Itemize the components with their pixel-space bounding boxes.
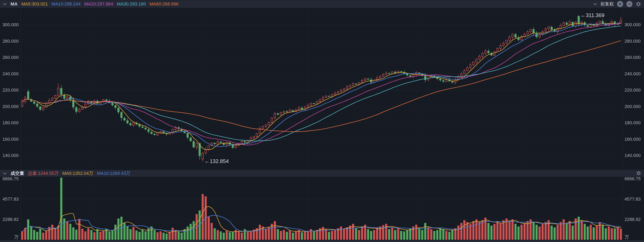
axis-label-right: 300.000 bbox=[624, 22, 641, 28]
chevron-down-icon[interactable] bbox=[593, 2, 597, 6]
settings-gear-icon[interactable] bbox=[636, 2, 641, 7]
axis-label-left: 4577.83 bbox=[0, 196, 19, 202]
axis-label-right: 260.000 bbox=[624, 55, 641, 60]
axis-label-left: 2288.92 bbox=[0, 217, 19, 222]
trading-chart-window: MA MA5:303.021 MA10:298.244 MA20:297.884… bbox=[0, 0, 644, 242]
low-price-annotation: ←132.854 bbox=[204, 158, 229, 164]
axis-label-left: 200.000 bbox=[0, 104, 19, 109]
indicator-title[interactable]: MA bbox=[10, 2, 18, 7]
axis-label-left: 280.000 bbox=[0, 39, 19, 44]
ma10-value: MA10:298.244 bbox=[52, 2, 80, 7]
chevron-down-icon[interactable] bbox=[3, 171, 7, 175]
axis-label-right: 240.000 bbox=[624, 71, 641, 77]
axis-label-right: 160.000 bbox=[624, 137, 641, 142]
axis-label-left: 300.000 bbox=[0, 22, 19, 28]
axis-label-right: 2288.92 bbox=[624, 217, 641, 222]
axis-label-right: 万 bbox=[624, 234, 629, 240]
volume-ma5-value: MA5:1352.04万 bbox=[62, 170, 93, 176]
zoom-out-button[interactable]: − bbox=[626, 1, 632, 7]
chevron-down-icon[interactable] bbox=[3, 2, 7, 6]
axis-label-left: 160.000 bbox=[0, 137, 19, 142]
axis-label-right: 140.000 bbox=[624, 153, 641, 158]
axis-label-right: 4577.83 bbox=[624, 196, 641, 202]
adjust-mode-selector[interactable]: 前复权 bbox=[600, 1, 614, 7]
zoom-in-button[interactable]: + bbox=[617, 1, 623, 7]
chart-controls: 前复权 + − bbox=[593, 1, 641, 7]
volume-legend: 成交量 总量:1244.55万 MA5:1352.04万 MA10:1269.4… bbox=[3, 170, 636, 176]
axis-label-left: 240.000 bbox=[0, 71, 19, 77]
axis-label-right: 280.000 bbox=[624, 39, 641, 44]
volume-pane-header: 成交量 总量:1244.55万 MA5:1352.04万 MA10:1269.4… bbox=[0, 169, 644, 177]
axis-label-right: 6866.75 bbox=[624, 176, 641, 181]
ma-legend: MA MA5:303.021 MA10:298.244 MA20:297.884… bbox=[3, 2, 593, 7]
bottom-scroll-strip[interactable] bbox=[0, 240, 644, 242]
candlestick-chart-canvas[interactable] bbox=[0, 0, 644, 242]
ma60-value: MA60:268.996 bbox=[150, 2, 178, 7]
axis-label-left: 6866.75 bbox=[0, 176, 19, 181]
axis-label-left: 260.000 bbox=[0, 55, 19, 60]
volume-title[interactable]: 成交量 bbox=[10, 170, 24, 176]
axis-label-left: 万 bbox=[0, 234, 19, 240]
axis-label-right: 220.000 bbox=[624, 88, 641, 93]
ma5-value: MA5:303.021 bbox=[21, 2, 48, 7]
axis-label-left: 140.000 bbox=[0, 153, 19, 158]
axis-label-right: 180.000 bbox=[624, 120, 641, 125]
axis-label-left: 180.000 bbox=[0, 120, 19, 125]
high-price-annotation: ←311.369 bbox=[580, 12, 604, 19]
volume-ma10-value: MA10:1269.43万 bbox=[97, 170, 130, 176]
settings-gear-icon[interactable] bbox=[636, 171, 641, 176]
axis-label-left: 220.000 bbox=[0, 88, 19, 93]
price-pane-header: MA MA5:303.021 MA10:298.244 MA20:297.884… bbox=[0, 0, 644, 8]
ma20-value: MA20:297.884 bbox=[84, 2, 113, 7]
ma30-value: MA30:293.160 bbox=[117, 2, 146, 7]
axis-label-right: 200.000 bbox=[624, 104, 641, 109]
volume-total-value: 总量:1244.55万 bbox=[28, 170, 59, 176]
